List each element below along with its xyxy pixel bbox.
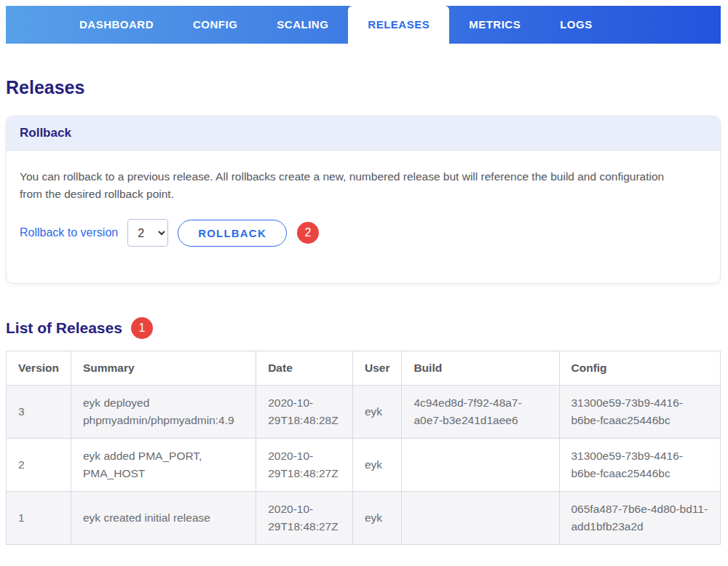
- rollback-controls: Rollback to version 2 ROLLBACK 2: [20, 219, 707, 247]
- tab-config[interactable]: CONFIG: [173, 6, 257, 44]
- releases-table-body: 3eyk deployed phpmyadmin/phpmyadmin:4.92…: [7, 386, 721, 545]
- cell-summary: eyk created initial release: [71, 492, 256, 545]
- cell-config: 31300e59-73b9-4416-b6be-fcaac25446bc: [559, 439, 721, 492]
- rollback-panel-header: Rollback: [7, 116, 720, 151]
- rollback-panel-body: You can rollback to a previous release. …: [7, 151, 720, 283]
- annotation-badge-2: 2: [297, 222, 319, 244]
- top-navigation: DASHBOARDCONFIGSCALINGRELEASESMETRICSLOG…: [6, 6, 721, 44]
- releases-table: VersionSummaryDateUserBuildConfig 3eyk d…: [6, 351, 721, 545]
- releases-list-title: List of Releases: [6, 319, 122, 337]
- cell-date: 2020-10-29T18:48:28Z: [256, 386, 353, 439]
- column-header-user: User: [352, 351, 401, 386]
- releases-section-head: List of Releases 1: [6, 317, 721, 339]
- table-row: 2eyk added PMA_PORT, PMA_HOST2020-10-29T…: [7, 439, 721, 492]
- cell-user: eyk: [352, 386, 401, 439]
- annotation-badge-1: 1: [131, 317, 153, 339]
- cell-version: 3: [7, 386, 71, 439]
- main-content: Releases Rollback You can rollback to a …: [6, 48, 721, 545]
- cell-build: [402, 439, 559, 492]
- cell-version: 2: [7, 439, 71, 492]
- rollback-version-label: Rollback to version: [20, 226, 118, 239]
- column-header-build: Build: [402, 351, 559, 386]
- tab-releases[interactable]: RELEASES: [348, 6, 449, 48]
- rollback-panel: Rollback You can rollback to a previous …: [6, 116, 721, 284]
- cell-config: 065fa487-7b6e-4d80-bd11-add1bfb23a2d: [559, 492, 721, 545]
- cell-config: 31300e59-73b9-4416-b6be-fcaac25446bc: [559, 386, 721, 439]
- tab-scaling[interactable]: SCALING: [257, 6, 348, 44]
- cell-build: [402, 492, 559, 545]
- cell-date: 2020-10-29T18:48:27Z: [256, 439, 353, 492]
- cell-summary: eyk deployed phpmyadmin/phpmyadmin:4.9: [71, 386, 256, 439]
- page-title: Releases: [6, 77, 721, 98]
- column-header-version: Version: [7, 351, 71, 386]
- tab-logs[interactable]: LOGS: [540, 6, 612, 44]
- column-header-date: Date: [256, 351, 353, 386]
- rollback-description: You can rollback to a previous release. …: [20, 168, 678, 203]
- cell-summary: eyk added PMA_PORT, PMA_HOST: [71, 439, 256, 492]
- column-header-summary: Summary: [71, 351, 256, 386]
- table-row: 1eyk created initial release2020-10-29T1…: [7, 492, 721, 545]
- cell-version: 1: [7, 492, 71, 545]
- rollback-button[interactable]: ROLLBACK: [178, 220, 287, 247]
- tab-metrics[interactable]: METRICS: [449, 6, 540, 44]
- tab-dashboard[interactable]: DASHBOARD: [60, 6, 173, 44]
- cell-date: 2020-10-29T18:48:27Z: [256, 492, 353, 545]
- cell-build: 4c94ed8d-7f92-48a7-a0e7-b3e241d1aee6: [402, 386, 559, 439]
- rollback-version-select[interactable]: 2: [127, 219, 168, 247]
- column-header-config: Config: [559, 351, 721, 386]
- cell-user: eyk: [352, 492, 401, 545]
- table-row: 3eyk deployed phpmyadmin/phpmyadmin:4.92…: [7, 386, 721, 439]
- releases-table-header-row: VersionSummaryDateUserBuildConfig: [7, 351, 721, 386]
- cell-user: eyk: [352, 439, 401, 492]
